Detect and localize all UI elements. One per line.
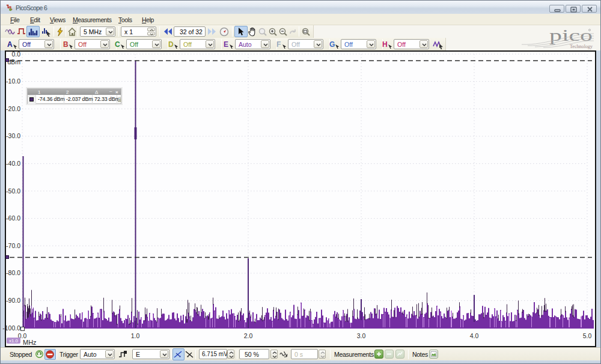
svg-text:pico: pico bbox=[549, 26, 593, 44]
svg-text:Technology: Technology bbox=[570, 44, 593, 49]
